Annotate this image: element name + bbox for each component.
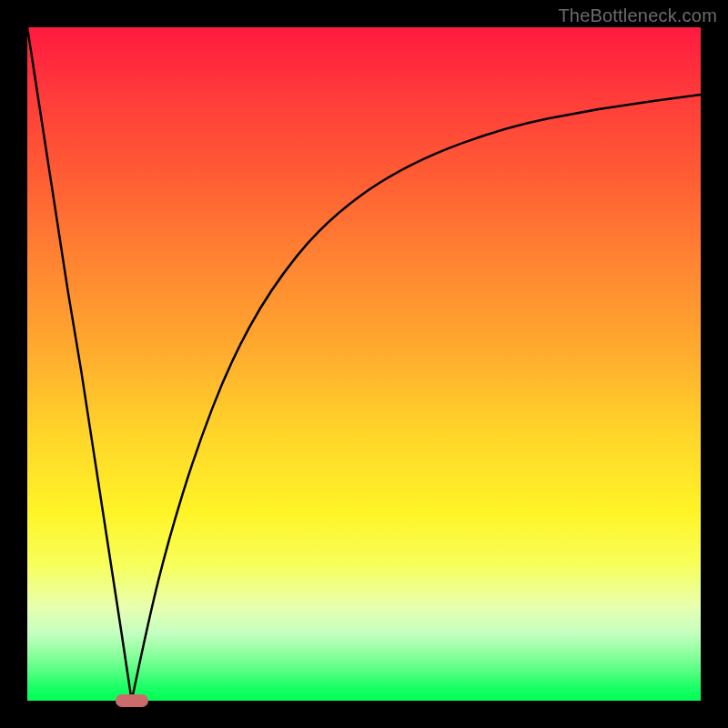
left-branch-line	[27, 27, 132, 701]
watermark-text: TheBottleneck.com	[558, 5, 717, 26]
curve-layer	[27, 27, 701, 701]
plot-area	[27, 27, 701, 701]
right-branch-curve	[132, 95, 701, 701]
chart-frame: TheBottleneck.com	[0, 0, 728, 728]
minimum-marker	[116, 694, 148, 707]
